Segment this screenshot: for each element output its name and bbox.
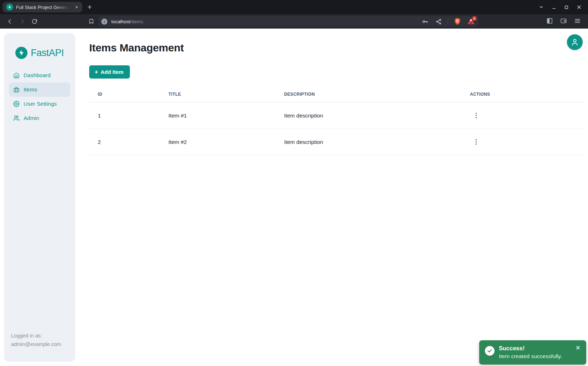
cell-title: Item #2 (160, 129, 275, 155)
row-actions-kebab-icon[interactable] (473, 111, 480, 121)
sidebar-item-user-settings[interactable]: User Settings (9, 97, 70, 111)
tab-search-chevron-icon[interactable] (539, 5, 544, 10)
urlbar-icons: 1 (421, 17, 475, 26)
page-content: FastAPI Dashboard Items User Settings A (0, 29, 588, 366)
logged-in-email: admin@example.com (11, 340, 68, 349)
main-area: Items Management + Add Item ID TITLE DES… (89, 29, 583, 155)
home-icon (13, 72, 20, 79)
close-window-icon[interactable] (577, 5, 582, 10)
forward-icon[interactable] (17, 16, 27, 26)
user-avatar-button[interactable] (567, 34, 583, 50)
fastapi-bolt-icon (15, 47, 27, 59)
plus-icon: + (95, 69, 98, 75)
column-header-actions: ACTIONS (461, 92, 583, 102)
success-toast: Success! Item created successfully. ✕ (479, 340, 586, 365)
table-row: 2 Item #2 Item description (89, 129, 583, 155)
toolbar-right-icons (546, 17, 581, 26)
new-tab-button[interactable]: + (87, 3, 92, 11)
cell-actions (461, 102, 583, 129)
share-icon[interactable] (434, 17, 443, 26)
url-path: /items (130, 19, 143, 24)
table-row: 1 Item #1 Item description (89, 102, 583, 129)
page-title: Items Management (89, 42, 583, 54)
app-logo: FastAPI (4, 47, 75, 59)
column-header-id: ID (89, 92, 160, 102)
sidebar-item-dashboard[interactable]: Dashboard (9, 68, 70, 82)
url-text[interactable]: localhost/items (111, 19, 421, 24)
sidebar-nav: Dashboard Items User Settings Admin (4, 68, 75, 125)
users-icon (13, 115, 20, 121)
browser-toolbar: i localhost/items (0, 14, 588, 29)
table-header-row: ID TITLE DESCRIPTION ACTIONS (89, 92, 583, 102)
maximize-icon[interactable] (564, 5, 569, 10)
add-item-button[interactable]: + Add Item (89, 65, 130, 79)
tab-strip: Full Stack Project Genera × + (0, 0, 588, 14)
sidebar: FastAPI Dashboard Items User Settings A (4, 33, 75, 362)
browser-window: Full Stack Project Genera × + (0, 0, 588, 366)
site-info-icon[interactable]: i (101, 19, 107, 25)
gear-icon (13, 101, 20, 107)
minimize-icon[interactable] (552, 5, 556, 10)
column-header-description: DESCRIPTION (275, 92, 461, 102)
sidebar-item-label: User Settings (24, 101, 57, 107)
cell-title: Item #1 (160, 102, 275, 129)
browser-tab[interactable]: Full Stack Project Genera × (2, 2, 82, 12)
brave-rewards-icon[interactable]: 1 (467, 17, 475, 26)
sidebar-item-label: Items (24, 86, 37, 93)
check-circle-icon (485, 346, 495, 356)
logged-in-label: Logged in as: (11, 332, 68, 340)
cell-description: Item description (275, 102, 461, 129)
briefcase-icon (13, 86, 20, 93)
toast-title: Success! (499, 345, 571, 352)
row-actions-kebab-icon[interactable] (473, 137, 480, 147)
sidebar-item-label: Dashboard (24, 72, 51, 79)
tab-title: Full Stack Project Genera (16, 5, 71, 10)
reload-icon[interactable] (29, 16, 39, 26)
toast-close-icon[interactable]: ✕ (575, 344, 581, 352)
menu-hamburger-icon[interactable] (574, 17, 581, 26)
column-header-title: TITLE (160, 92, 275, 102)
tab-close-icon[interactable]: × (74, 4, 80, 10)
user-icon (570, 37, 579, 47)
cell-description: Item description (275, 129, 461, 155)
back-icon[interactable] (5, 16, 15, 26)
app-logo-text: FastAPI (31, 47, 64, 59)
wallet-icon[interactable] (560, 17, 567, 26)
cell-id: 2 (89, 129, 160, 155)
items-table: ID TITLE DESCRIPTION ACTIONS 1 Item #1 I… (89, 92, 583, 155)
rewards-badge: 1 (472, 16, 477, 21)
url-host: localhost (111, 19, 130, 24)
cell-actions (461, 129, 583, 155)
urlbar-divider (448, 18, 448, 25)
sidebar-item-admin[interactable]: Admin (9, 111, 70, 125)
add-item-label: Add Item (101, 69, 123, 75)
sidebar-item-items[interactable]: Items (9, 82, 70, 97)
address-bar[interactable]: i localhost/items (98, 16, 479, 27)
brave-shield-icon[interactable] (453, 17, 462, 26)
toast-message: Item created successfully. (499, 353, 571, 360)
cell-id: 1 (89, 102, 160, 129)
sidebar-toggle-icon[interactable] (546, 17, 553, 26)
fastapi-favicon-icon (6, 4, 13, 11)
sidebar-item-label: Admin (24, 115, 39, 121)
logged-in-info: Logged in as: admin@example.com (4, 332, 75, 362)
password-key-icon[interactable] (421, 17, 429, 26)
window-controls (539, 5, 582, 10)
bookmark-icon[interactable] (86, 16, 96, 26)
toast-body: Success! Item created successfully. (499, 345, 571, 360)
